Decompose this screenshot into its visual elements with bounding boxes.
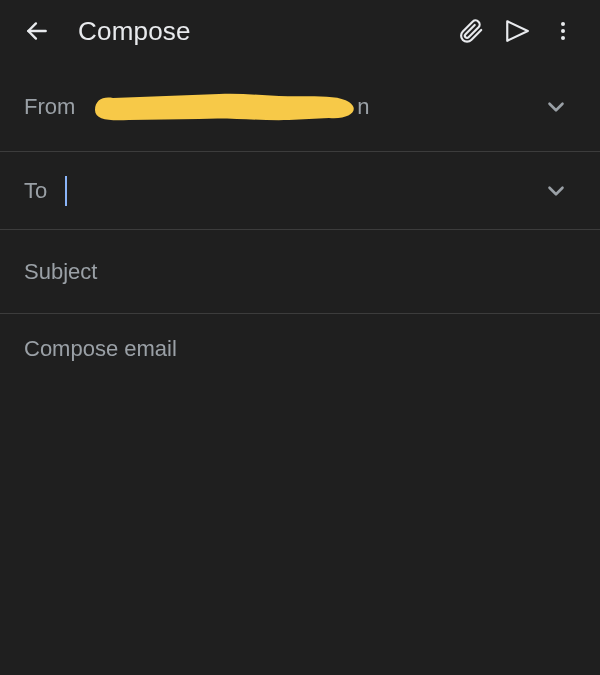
more-button[interactable]	[540, 8, 586, 54]
to-input[interactable]	[67, 178, 536, 204]
from-row[interactable]: From n	[0, 62, 600, 152]
redaction-highlight-icon	[89, 90, 389, 124]
chevron-down-icon	[543, 94, 569, 120]
from-redacted: n	[89, 92, 369, 122]
from-label: From	[24, 94, 75, 120]
attach-button[interactable]	[448, 8, 494, 54]
from-expand-button[interactable]	[536, 94, 576, 120]
body-area[interactable]	[0, 314, 600, 675]
paperclip-icon	[458, 18, 484, 44]
body-input[interactable]	[24, 336, 576, 675]
to-row[interactable]: To	[0, 152, 600, 230]
svg-point-3	[561, 29, 565, 33]
svg-point-4	[561, 36, 565, 40]
compose-title: Compose	[78, 16, 448, 47]
to-field-wrapper	[65, 152, 536, 229]
from-value: n	[89, 62, 536, 151]
svg-point-2	[561, 22, 565, 26]
subject-row[interactable]	[0, 230, 600, 314]
arrow-left-icon	[24, 18, 50, 44]
from-trailing-text: n	[357, 94, 369, 120]
chevron-down-icon	[543, 178, 569, 204]
compose-header: Compose	[0, 0, 600, 62]
to-expand-button[interactable]	[536, 178, 576, 204]
send-icon	[504, 18, 530, 44]
subject-input[interactable]	[24, 259, 576, 285]
to-label: To	[24, 178, 47, 204]
back-button[interactable]	[14, 8, 60, 54]
more-vertical-icon	[551, 19, 575, 43]
send-button[interactable]	[494, 8, 540, 54]
svg-marker-1	[507, 21, 528, 41]
